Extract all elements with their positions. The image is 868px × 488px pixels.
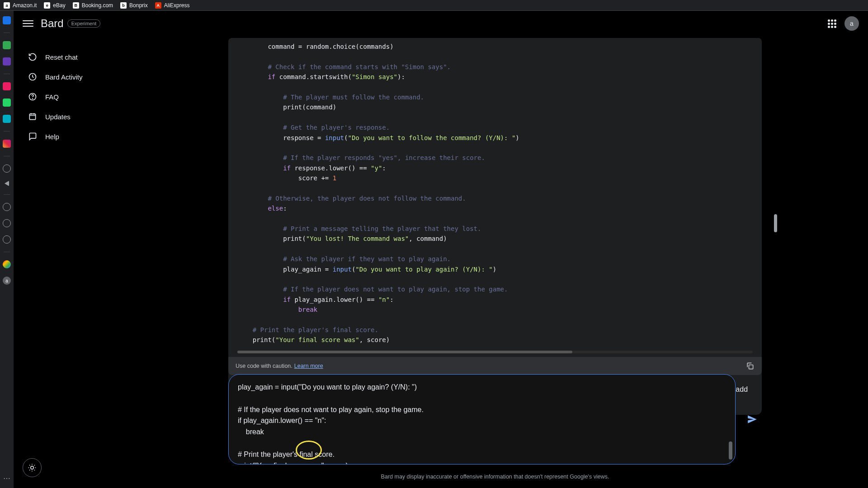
- site-icon: A: [155, 2, 161, 9]
- bookmark-ebay[interactable]: eeBay: [44, 2, 65, 9]
- sidebar-item-activity[interactable]: Bard Activity: [21, 67, 120, 87]
- page-scrollbar[interactable]: [774, 214, 777, 232]
- sidebar-label: Reset chat: [45, 53, 78, 61]
- chat-area: command = random.choice(commands) # Chec…: [140, 38, 850, 488]
- faq-icon: [28, 92, 37, 101]
- svg-rect-5: [749, 365, 753, 369]
- dock-icon-heart[interactable]: [3, 203, 11, 211]
- dock-separator: [4, 252, 10, 252]
- svg-rect-3: [29, 114, 35, 119]
- copy-button[interactable]: [745, 361, 755, 371]
- code-scrollbar-thumb[interactable]: [237, 351, 572, 353]
- bookmark-bar: aAmazon.it eeBay BBooking.com bBonprix A…: [0, 0, 868, 11]
- caution-text: Use code with caution.: [236, 363, 292, 369]
- dock-icon-whatsapp[interactable]: [3, 99, 11, 107]
- app-header: Bard Experiment a: [14, 11, 868, 36]
- dock-icon-app2[interactable]: [3, 57, 11, 66]
- dock-icon-play[interactable]: [5, 181, 9, 186]
- send-icon: [746, 413, 758, 425]
- learn-more-link[interactable]: Learn more: [294, 363, 323, 369]
- prompt-input[interactable]: play_again = input("Do you want to play …: [228, 374, 736, 465]
- dock-icon-history[interactable]: [3, 219, 11, 227]
- theme-toggle-button[interactable]: [23, 458, 42, 477]
- side-dock: a ⋯: [0, 11, 14, 488]
- bookmark-aliexpress[interactable]: AAliExpress: [155, 2, 190, 9]
- reset-icon: [28, 52, 37, 61]
- avatar[interactable]: a: [844, 16, 859, 31]
- dock-icon-clock[interactable]: [3, 164, 11, 173]
- svg-point-4: [31, 466, 34, 469]
- sidebar-label: FAQ: [45, 93, 59, 101]
- site-icon: e: [44, 2, 50, 9]
- dock-separator: [4, 156, 10, 156]
- menu-button[interactable]: [23, 18, 33, 29]
- response-bubble: command = random.choice(commands) # Chec…: [228, 38, 762, 415]
- dock-icon-workspace[interactable]: [3, 16, 11, 24]
- code-block: command = random.choice(commands) # Chec…: [228, 38, 762, 375]
- bookmark-label: Amazon.it: [13, 2, 37, 9]
- dock-icon-sparkle[interactable]: [3, 260, 11, 268]
- sidebar: Reset chat Bard Activity FAQ Updates Hel…: [21, 47, 120, 146]
- dock-separator: [4, 131, 10, 131]
- sun-icon: [28, 463, 37, 472]
- sidebar-item-reset[interactable]: Reset chat: [21, 47, 120, 67]
- dock-icon-avatar[interactable]: a: [3, 277, 11, 285]
- sidebar-item-help[interactable]: Help: [21, 127, 120, 146]
- disclaimer-text: Bard may display inaccurate or offensive…: [140, 474, 850, 480]
- sidebar-item-faq[interactable]: FAQ: [21, 87, 120, 107]
- brand-name: Bard: [41, 17, 64, 30]
- site-icon: a: [4, 2, 10, 9]
- dock-separator: [4, 194, 10, 195]
- sidebar-item-updates[interactable]: Updates: [21, 107, 120, 127]
- dock-icon-instagram[interactable]: [3, 140, 11, 148]
- bookmark-bonprix[interactable]: bBonprix: [120, 2, 148, 9]
- sidebar-label: Updates: [45, 113, 71, 121]
- apps-grid-icon[interactable]: [826, 18, 837, 29]
- experiment-badge: Experiment: [67, 19, 101, 28]
- code-content[interactable]: command = random.choice(commands) # Chec…: [228, 38, 762, 351]
- code-scrollbar[interactable]: [237, 351, 753, 353]
- dock-icon-app3[interactable]: [3, 82, 11, 90]
- svg-point-2: [33, 99, 33, 99]
- bookmark-booking[interactable]: BBooking.com: [73, 2, 113, 9]
- dock-icon-app1[interactable]: [3, 41, 11, 49]
- updates-icon: [28, 112, 37, 121]
- dock-icon-settings[interactable]: [3, 235, 11, 244]
- bookmark-label: Booking.com: [82, 2, 113, 9]
- site-icon: b: [120, 2, 127, 9]
- code-footer: Use code with caution. Learn more: [228, 357, 762, 375]
- dock-icon-app4[interactable]: [3, 115, 11, 123]
- help-icon: [28, 132, 37, 141]
- dock-more-icon[interactable]: ⋯: [3, 474, 10, 483]
- send-button[interactable]: [743, 410, 762, 429]
- activity-icon: [28, 72, 37, 81]
- sidebar-label: Bard Activity: [45, 73, 83, 81]
- sidebar-label: Help: [45, 133, 59, 141]
- dock-separator: [4, 74, 10, 74]
- input-row: play_again = input("Do you want to play …: [228, 374, 762, 465]
- site-icon: B: [73, 2, 79, 9]
- bookmark-amazon[interactable]: aAmazon.it: [4, 2, 37, 9]
- input-scrollbar[interactable]: [729, 441, 732, 460]
- bookmark-label: AliExpress: [164, 2, 190, 9]
- prompt-input-text: play_again = input("Do you want to play …: [238, 382, 726, 465]
- bookmark-label: Bonprix: [129, 2, 148, 9]
- bookmark-label: eBay: [53, 2, 65, 9]
- dock-separator: [4, 33, 10, 33]
